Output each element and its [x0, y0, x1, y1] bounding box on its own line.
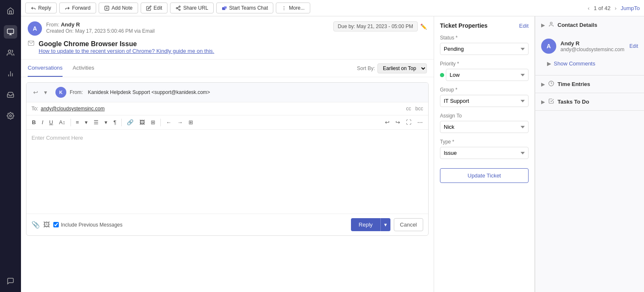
- reply-button[interactable]: Reply: [25, 3, 57, 13]
- type-select[interactable]: Issue: [440, 147, 529, 159]
- edit-icon: [146, 5, 152, 11]
- edit-button[interactable]: Edit: [141, 3, 168, 13]
- sep2: [121, 119, 122, 126]
- include-previous-checkbox[interactable]: [53, 222, 59, 227]
- prev-ticket-button[interactable]: ‹: [586, 4, 591, 12]
- priority-select[interactable]: Low: [446, 69, 529, 81]
- reply-back-button[interactable]: ↩: [31, 88, 40, 96]
- add-note-button[interactable]: Add Note: [99, 3, 138, 13]
- sidebar-item-inbox[interactable]: [4, 88, 17, 102]
- indent-button[interactable]: →: [175, 118, 185, 127]
- nav-controls: ‹ 1 of 42 › JumpTo: [586, 4, 640, 12]
- tab-conversations[interactable]: Conversations: [28, 60, 63, 77]
- properties-edit-button[interactable]: Edit: [519, 23, 529, 29]
- properties-header: Ticket Properties Edit: [440, 22, 529, 29]
- ticket-count: 1 of 42: [594, 5, 610, 11]
- share-url-button[interactable]: Share URL: [170, 3, 213, 13]
- link-button[interactable]: 🔗: [125, 118, 136, 127]
- sidebar-item-home[interactable]: [4, 4, 17, 18]
- bold-button[interactable]: B: [30, 118, 38, 127]
- main-content: Reply Forward Add Note Edit Share URL St…: [21, 0, 644, 292]
- next-ticket-button[interactable]: ›: [613, 4, 618, 12]
- cc-button[interactable]: cc: [406, 106, 411, 112]
- undo-button[interactable]: ↩: [383, 118, 392, 127]
- ordered-list-dropdown[interactable]: ▾: [83, 118, 90, 127]
- editor-body[interactable]: Enter Comment Here: [26, 130, 428, 214]
- update-ticket-button[interactable]: Update Ticket: [440, 168, 529, 183]
- contact-details-section: ▶ Contact Details A Andy R andy@cloudsys…: [535, 16, 644, 76]
- reply-send-dropdown[interactable]: ▾: [380, 218, 390, 231]
- reply-from-label: From:: [70, 89, 83, 95]
- sidebar-item-reports[interactable]: [4, 67, 17, 81]
- text-size-button[interactable]: A↕: [57, 118, 67, 127]
- ticket-body: How to update to the recent version of C…: [39, 48, 214, 54]
- image-button[interactable]: 🖼: [137, 118, 147, 127]
- redo-button[interactable]: ↪: [393, 118, 402, 127]
- sidebar-item-tickets[interactable]: [4, 25, 17, 39]
- group-select[interactable]: IT Support: [440, 95, 529, 107]
- reply-footer: 📎 🖼 Include Previous Messages Reply ▾: [26, 214, 428, 235]
- created-date: May 17, 2023 5:00:46 PM via Email: [75, 28, 154, 34]
- sort-select[interactable]: Earliest on Top: [377, 63, 427, 73]
- jump-to-button[interactable]: JumpTo: [620, 5, 640, 11]
- ordered-list-button[interactable]: ≡: [74, 118, 81, 127]
- sep1: [71, 119, 71, 126]
- more-button[interactable]: More...: [276, 3, 310, 13]
- right-panel: ▶ Contact Details A Andy R andy@cloudsys…: [535, 16, 644, 292]
- contact-edit-button[interactable]: Edit: [629, 43, 638, 49]
- sidebar-item-chat[interactable]: [4, 274, 17, 288]
- share-icon: [175, 5, 181, 11]
- screenshot-button[interactable]: 🖼: [43, 221, 50, 229]
- more-options-button[interactable]: ⋯: [415, 118, 425, 127]
- include-previous-label[interactable]: Include Previous Messages: [53, 222, 123, 228]
- clock-icon: [548, 81, 554, 88]
- bcc-button[interactable]: bcc: [415, 106, 423, 112]
- reply-from-email: Kanidesk Helpdesk Support <support@kanid…: [88, 89, 210, 95]
- paragraph-button[interactable]: ¶: [111, 118, 118, 127]
- cc-bcc-controls: cc bcc: [406, 106, 423, 112]
- teams-chat-button[interactable]: Start Teams Chat: [216, 3, 273, 13]
- outdent-button[interactable]: ←: [164, 118, 173, 127]
- expand-button[interactable]: ⊞: [186, 118, 195, 127]
- note-icon: [104, 5, 110, 11]
- attachment-button[interactable]: 📎: [31, 221, 40, 229]
- due-date-badge: Due by: May 21, 2023 - 05:00 PM: [333, 21, 418, 31]
- sender-avatar: A: [28, 21, 42, 36]
- email-icon: [28, 40, 34, 48]
- svg-point-19: [284, 8, 285, 8]
- underline-button[interactable]: U: [47, 118, 55, 127]
- reply-icon: [31, 5, 36, 11]
- more-label: More...: [289, 5, 304, 11]
- unordered-list-button[interactable]: ☰: [92, 118, 101, 127]
- table-button[interactable]: ⊞: [149, 118, 157, 127]
- sidebar-item-settings[interactable]: [4, 109, 17, 123]
- status-select[interactable]: Pending: [440, 43, 529, 55]
- tasks-section: ▶ Tasks To Do: [535, 93, 644, 111]
- reply-send-button[interactable]: Reply: [351, 218, 380, 231]
- fullscreen-button[interactable]: ⛶: [404, 118, 414, 127]
- unordered-list-dropdown[interactable]: ▾: [102, 118, 110, 127]
- contact-info-row: A Andy R andy@cloudsystemsinc.com Edit: [541, 39, 638, 54]
- editor-toolbar: B I U A↕ ≡ ▾ ☰ ▾ ¶ 🔗 🖼: [26, 115, 428, 130]
- tab-activities[interactable]: Activities: [73, 60, 94, 77]
- forward-button[interactable]: Forward: [59, 3, 96, 13]
- svg-rect-0: [8, 29, 14, 34]
- contact-expand-icon: ▶: [541, 22, 545, 28]
- contact-section-header[interactable]: ▶ Contact Details: [535, 16, 644, 34]
- sidebar-item-users[interactable]: [4, 46, 17, 60]
- italic-button[interactable]: I: [39, 118, 45, 127]
- reply-header: ↩ ▾ K From: Kanidesk Helpdesk Support <s…: [26, 83, 428, 102]
- reply-to-email: andy@cloudsystemsinc.com: [41, 106, 105, 112]
- assign-select[interactable]: Nick: [440, 121, 529, 133]
- contact-details-content: A Andy R andy@cloudsystemsinc.com Edit ▶…: [535, 34, 644, 75]
- svg-point-22: [550, 22, 552, 24]
- time-entries-header[interactable]: ▶ Time Entries: [535, 76, 644, 93]
- tasks-header[interactable]: ▶ Tasks To Do: [535, 93, 644, 110]
- properties-title: Ticket Properties: [440, 22, 487, 29]
- due-edit-icon[interactable]: ✏️: [420, 23, 427, 30]
- cancel-button[interactable]: Cancel: [394, 218, 423, 231]
- reply-compose: ↩ ▾ K From: Kanidesk Helpdesk Support <s…: [26, 82, 429, 236]
- show-comments-row[interactable]: ▶ Show Comments: [541, 57, 638, 70]
- priority-wrap: Low: [440, 69, 529, 81]
- reply-dropdown-button[interactable]: ▾: [42, 88, 49, 96]
